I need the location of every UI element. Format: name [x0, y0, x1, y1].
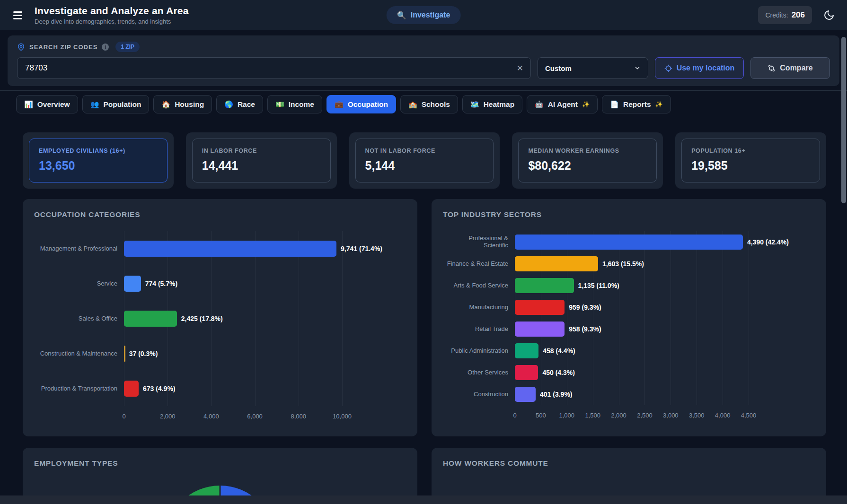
gridline: [749, 231, 749, 405]
bar-construction-maintenance[interactable]: [124, 346, 125, 362]
tab-occupation[interactable]: 💼Occupation: [326, 95, 396, 113]
info-icon[interactable]: i: [102, 43, 109, 51]
investigate-button[interactable]: 🔍 Investigate: [387, 6, 461, 24]
top-industry-sectors-chart: Professional & Scientific4,390 (42.4%)Fi…: [443, 231, 815, 422]
chart-row-professional-scientific: Professional & Scientific4,390 (42.4%): [443, 231, 749, 253]
range-select[interactable]: Custom: [538, 57, 648, 79]
chart-row-manufacturing: Manufacturing959 (9.3%): [443, 296, 749, 318]
bar-value-label: 9,741 (71.4%): [341, 245, 382, 252]
tab-label: Occupation: [348, 100, 388, 109]
bar-arts-food-service[interactable]: [515, 278, 574, 293]
zip-count-badge: 1 ZIP: [115, 42, 140, 52]
tab-overview[interactable]: 📊Overview: [16, 95, 78, 113]
zip-search-panel: SEARCH ZIP CODES i 1 ZIP ✕ Custom Use my…: [8, 35, 839, 86]
compare-button[interactable]: Compare: [750, 57, 830, 79]
bar-value-label: 959 (9.3%): [569, 304, 601, 311]
tab-ai-agent[interactable]: 🤖AI Agent✨: [527, 95, 598, 113]
stat-card-inner: MEDIAN WORKER EARNINGS$80,622: [518, 139, 657, 182]
occupation-categories-panel: OCCUPATION CATEGORIES Management & Profe…: [23, 199, 417, 436]
tab-label: Schools: [422, 100, 450, 109]
category-label: Arts & Food Service: [443, 282, 515, 289]
chart-row-construction: Construction401 (3.9%): [443, 383, 749, 405]
x-axis-tick: 8,000: [291, 413, 307, 420]
tab-reports[interactable]: 📄Reports✨: [602, 95, 671, 113]
chart-row-retail-trade: Retail Trade958 (9.3%): [443, 318, 749, 340]
employment-types-title: EMPLOYMENT TYPES: [34, 459, 406, 468]
bar-professional-scientific[interactable]: [515, 235, 743, 250]
page-title-block: Investigate and Analyze an Area Deep div…: [35, 5, 189, 25]
globe-icon: 🌎: [224, 100, 233, 109]
zip-search-input[interactable]: [17, 57, 531, 79]
x-axis: 05001,0001,5002,0002,5003,0003,5004,0004…: [515, 412, 749, 422]
clear-icon[interactable]: ✕: [513, 61, 527, 76]
bar-finance-real-estate[interactable]: [515, 256, 598, 271]
occupation-categories-title: OCCUPATION CATEGORIES: [34, 210, 406, 219]
category-label: Retail Trade: [443, 326, 515, 333]
stat-label: NOT IN LABOR FORCE: [365, 148, 484, 154]
tab-label: AI Agent: [548, 100, 578, 109]
stat-card-median-worker-earnings[interactable]: MEDIAN WORKER EARNINGS$80,622: [512, 132, 663, 189]
tab-label: Overview: [37, 100, 70, 109]
bar-track: 4,390 (42.4%): [515, 231, 749, 253]
stat-value: $80,622: [528, 159, 647, 173]
people-icon: 👥: [90, 100, 99, 109]
menu-icon[interactable]: [12, 9, 23, 21]
bar-value-label: 4,390 (42.4%): [747, 238, 789, 246]
stat-card-inner: EMPLOYED CIVILIANS (16+)13,650: [29, 139, 168, 182]
stat-card-population-16[interactable]: POPULATION 16+19,585: [675, 132, 826, 189]
search-icon: 🔍: [397, 11, 406, 20]
category-label: Finance & Real Estate: [443, 261, 515, 268]
moon-icon[interactable]: [823, 9, 835, 21]
school-icon: 🏫: [408, 100, 417, 109]
bar-service[interactable]: [124, 276, 141, 292]
bar-management-professional[interactable]: [124, 241, 336, 257]
chart-row-public-administration: Public Administration458 (4.4%): [443, 340, 749, 362]
bar-production-transportation[interactable]: [124, 381, 139, 397]
bar-track: 1,603 (15.5%): [515, 253, 749, 275]
tab-population[interactable]: 👥Population: [82, 95, 150, 113]
sparkles-icon: ✨: [582, 101, 590, 108]
vertical-scrollbar-thumb[interactable]: [841, 37, 846, 203]
bar-value-label: 1,135 (11.0%): [578, 282, 619, 289]
x-axis-tick: 6,000: [247, 413, 263, 420]
bar-retail-trade[interactable]: [515, 322, 565, 337]
x-axis-tick: 0: [122, 413, 125, 420]
bar-track: 458 (4.4%): [515, 340, 749, 362]
bar-track: 9,741 (71.4%): [124, 231, 342, 266]
tab-heatmap[interactable]: 🗺️Heatmap: [462, 95, 522, 113]
tab-schools[interactable]: 🏫Schools: [400, 95, 458, 113]
category-label: Construction: [443, 391, 515, 398]
chart-plot-area: Management & Professional9,741 (71.4%)Se…: [34, 231, 342, 406]
tab-income[interactable]: 💵Income: [267, 95, 322, 113]
stat-card-employed-civilians-16[interactable]: EMPLOYED CIVILIANS (16+)13,650: [23, 132, 174, 189]
bar-track: 673 (4.9%): [124, 371, 342, 406]
top-industry-sectors-title: TOP INDUSTRY SECTORS: [443, 210, 815, 219]
stat-value: 19,585: [691, 159, 810, 173]
bar-value-label: 2,425 (17.8%): [181, 315, 223, 322]
map-icon: 🗺️: [470, 100, 479, 109]
category-label: Professional & Scientific: [443, 235, 515, 249]
tab-label: Income: [289, 100, 314, 109]
stat-card-not-in-labor-force[interactable]: NOT IN LABOR FORCE5,144: [349, 132, 500, 189]
bar-value-label: 673 (4.9%): [143, 385, 175, 392]
robot-icon: 🤖: [535, 100, 544, 109]
stat-card-in-labor-force[interactable]: IN LABOR FORCE14,441: [186, 132, 337, 189]
bar-manufacturing[interactable]: [515, 300, 565, 315]
bar-other-services[interactable]: [515, 365, 538, 380]
bar-public-administration[interactable]: [515, 343, 538, 358]
chart-row-sales-office: Sales & Office2,425 (17.8%): [34, 301, 342, 336]
category-label: Production & Transportation: [34, 385, 124, 392]
category-label: Service: [34, 280, 124, 287]
stat-card-inner: NOT IN LABOR FORCE5,144: [355, 139, 494, 182]
tab-race[interactable]: 🌎Race: [216, 95, 263, 113]
bar-value-label: 37 (0.3%): [129, 350, 158, 357]
bar-sales-office[interactable]: [124, 311, 177, 327]
bar-construction[interactable]: [515, 387, 536, 402]
page-title: Investigate and Analyze an Area: [35, 5, 189, 17]
bar-track: 37 (0.3%): [124, 336, 342, 371]
use-my-location-button[interactable]: Use my location: [655, 57, 744, 79]
chart-row-management-professional: Management & Professional9,741 (71.4%): [34, 231, 342, 266]
stat-card-inner: POPULATION 16+19,585: [681, 139, 820, 182]
tab-housing[interactable]: 🏠Housing: [153, 95, 212, 113]
bar-track: 774 (5.7%): [124, 266, 342, 301]
